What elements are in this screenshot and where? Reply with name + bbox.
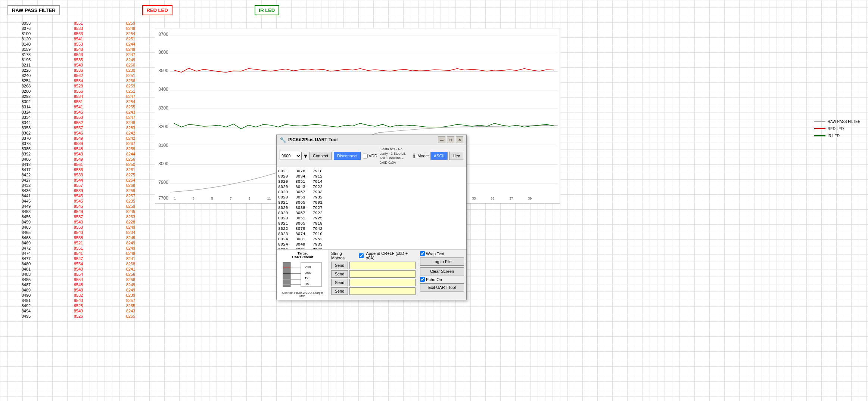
connect-button[interactable]: Connect	[309, 152, 332, 160]
send-button-4[interactable]: Send	[331, 287, 348, 295]
circuit-title: TargetUART Circuit	[292, 252, 313, 259]
red-cell: 8526	[52, 314, 105, 319]
ir-cell: 8256	[105, 277, 157, 282]
ir-cell: 8234	[105, 230, 157, 235]
raw-cell: 8485	[0, 277, 52, 282]
close-button[interactable]: ✕	[456, 136, 463, 143]
red-cell: 8554	[52, 272, 105, 277]
raw-cell: 8432	[0, 183, 52, 188]
echo-on-area: Echo On	[420, 277, 464, 282]
ir-cell: 8260	[105, 62, 157, 68]
send-input-1[interactable]	[349, 262, 416, 269]
raw-cell: 8477	[0, 256, 52, 261]
svg-text:39: 39	[528, 197, 532, 200]
raw-pass-filter-column: 8053807681008120814081598178819582118226…	[0, 21, 52, 319]
dialog-toolbar: 9600 115200 ▾ Connect Disconnect VDD 8 d…	[277, 145, 466, 167]
serial-data-row: 8020 8057 7903	[278, 189, 465, 195]
svg-text:GND: GND	[305, 271, 311, 274]
send-button-3[interactable]: Send	[331, 279, 348, 286]
send-button-2[interactable]: Send	[331, 270, 348, 278]
ir-cell: 8251	[105, 73, 157, 78]
help-icon[interactable]: ℹ	[413, 152, 415, 160]
append-crlf-checkbox[interactable]	[359, 253, 364, 258]
red-cell: 8550	[52, 115, 105, 120]
ir-cell: 8242	[105, 136, 157, 141]
disconnect-button[interactable]: Disconnect	[334, 152, 361, 160]
ir-cell: 8250	[105, 162, 157, 167]
raw-cell: 8491	[0, 298, 52, 303]
red-cell: 8544	[52, 178, 105, 183]
red-cell: 8561	[52, 162, 105, 167]
svg-text:8700: 8700	[158, 32, 168, 37]
header-area: RAW PASS FILTER RED LED IR LED	[0, 0, 868, 21]
legend-red-label: RED LED	[828, 127, 844, 131]
red-cell: 8549	[52, 209, 105, 214]
exit-uart-tool-button[interactable]: Exit UART Tool	[420, 283, 464, 292]
send-input-4[interactable]	[349, 287, 416, 295]
ir-cell: 8254	[105, 31, 157, 36]
legend-red-line	[814, 128, 825, 129]
ir-led-column: 8259824982548251824482498247824982608230…	[105, 21, 157, 319]
raw-cell: 8344	[0, 120, 52, 125]
ir-cell: 8235	[105, 198, 157, 204]
raw-cell: 8334	[0, 115, 52, 120]
svg-text:8500: 8500	[158, 68, 168, 74]
ir-cell: 8251	[105, 36, 157, 41]
log-to-file-button[interactable]: Log to File	[420, 257, 464, 266]
serial-data-row: 8021 8065 7901	[278, 200, 465, 205]
raw-cell: 8489	[0, 287, 52, 293]
send-input-3[interactable]	[349, 279, 416, 286]
red-cell: 8540	[52, 62, 105, 68]
data-columns-area: 8053807681008120814081598178819582118226…	[0, 21, 157, 319]
ir-cell: 8251	[105, 89, 157, 94]
red-led-column: 8551853385638541855385488543853585408536…	[52, 21, 105, 319]
red-cell: 8557	[52, 125, 105, 130]
serial-data-row: 8020 8057 7922	[278, 210, 465, 216]
serial-data-row: 8021 8078 7918	[278, 169, 465, 174]
hex-mode-button[interactable]: Hex	[449, 152, 463, 160]
ir-cell: 8263	[105, 214, 157, 219]
ir-cell: 8265	[105, 314, 157, 319]
raw-cell: 8481	[0, 266, 52, 272]
ir-cell: 8256	[105, 157, 157, 162]
legend-ir-label: IR LED	[828, 134, 840, 138]
svg-text:7900: 7900	[158, 180, 168, 185]
ir-cell: 8267	[105, 141, 157, 146]
red-cell: 8540	[52, 298, 105, 303]
svg-text:7: 7	[230, 197, 232, 200]
ir-cell: 8239	[105, 293, 157, 298]
raw-cell: 8378	[0, 141, 52, 146]
ir-cell: 8249	[105, 235, 157, 240]
macros-header: String Macros: Append CR+LF (x0D + x0A)	[331, 251, 416, 260]
svg-text:8100: 8100	[158, 143, 168, 148]
send-button-1[interactable]: Send	[331, 262, 348, 269]
maximize-button[interactable]: □	[447, 136, 454, 143]
raw-cell: 8459	[0, 219, 52, 225]
red-cell: 8554	[52, 78, 105, 83]
svg-text:8400: 8400	[158, 87, 168, 92]
ir-cell: 8241	[105, 256, 157, 261]
red-cell: 8558	[52, 235, 105, 240]
raw-cell: 8463	[0, 225, 52, 230]
raw-cell: 8302	[0, 99, 52, 104]
vdd-checkbox[interactable]	[363, 154, 368, 158]
serial-data-display[interactable]: 8021 8078 79188020 8034 79128020 8051 79…	[277, 167, 466, 249]
clear-screen-button[interactable]: Clear Screen	[420, 267, 464, 275]
red-cell: 8541	[52, 251, 105, 256]
red-cell: 8545	[52, 109, 105, 115]
dialog-titlebar: 🔧 PICKit2Plus UART Tool — □ ✕	[277, 135, 466, 145]
svg-text:11: 11	[267, 197, 271, 200]
raw-cell: 8314	[0, 104, 52, 109]
send-input-2[interactable]	[349, 270, 416, 278]
ir-cell: 8259	[105, 146, 157, 151]
ascii-mode-button[interactable]: ASCII	[430, 152, 448, 160]
baud-rate-select[interactable]: 9600 115200	[280, 152, 302, 160]
echo-on-checkbox[interactable]	[420, 277, 425, 282]
raw-cell: 8280	[0, 89, 52, 94]
svg-text:8600: 8600	[158, 50, 168, 55]
red-cell: 8545	[52, 204, 105, 209]
red-cell: 8543	[52, 52, 105, 57]
minimize-button[interactable]: —	[438, 136, 445, 143]
red-cell: 8563	[52, 31, 105, 36]
wrap-text-checkbox[interactable]	[420, 251, 425, 256]
